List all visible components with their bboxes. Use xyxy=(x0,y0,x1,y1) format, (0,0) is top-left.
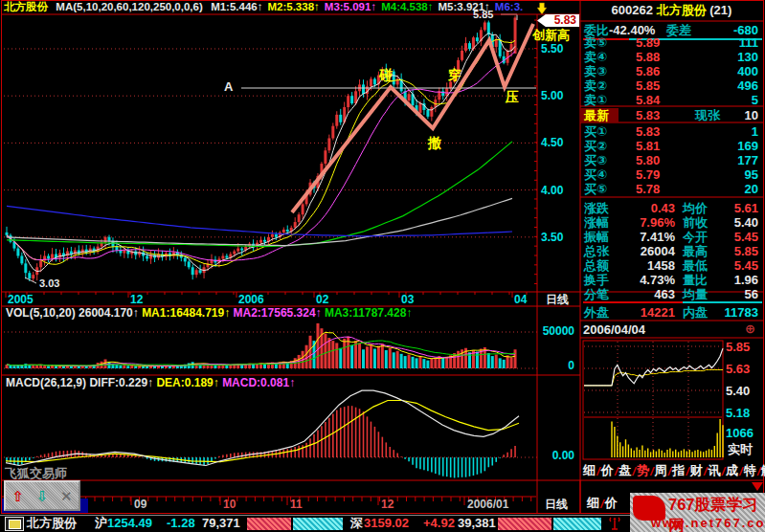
stock-name: 北方股份 xyxy=(657,3,707,17)
scroll-down-icon[interactable] xyxy=(752,482,763,491)
latest-label: 最新 xyxy=(580,108,619,122)
stock-code: 600262 xyxy=(612,3,653,17)
price-tick: 3.50 xyxy=(541,231,581,244)
bid-row[interactable]: 买①5.831 xyxy=(580,124,763,139)
network-icon xyxy=(607,516,622,531)
sz-index: 3159.02 xyxy=(364,517,409,529)
tab-3[interactable]: 势 xyxy=(636,462,650,479)
ask-row[interactable]: 卖①5.845 xyxy=(580,93,763,107)
quote-panel: 600262 北方股份 (21) 委比-42.40% 委差 -680 卖⑤5.8… xyxy=(580,0,763,480)
down-arrow-button[interactable]: ⇩ xyxy=(36,489,49,503)
close-button[interactable]: ✕ xyxy=(60,489,73,503)
vol-ma3: MA3:11787.428↑ xyxy=(325,306,412,320)
date-tick: 02 xyxy=(316,294,328,306)
pan-row: 外盘 14221 内盘 11783 xyxy=(580,305,763,320)
app-watermark: 飞狐交易师 xyxy=(5,467,67,479)
stock-count: (21) xyxy=(709,3,731,17)
tab-1[interactable]: 价 xyxy=(604,495,619,512)
sh-label: 沪 xyxy=(95,517,107,529)
tab-8[interactable]: 成 xyxy=(725,462,739,479)
date-tick: 2006 xyxy=(238,294,264,306)
tab-4[interactable]: 周 xyxy=(654,462,668,479)
slider-month-label[interactable]: 12 xyxy=(381,499,394,511)
mini-price-tick: 5.63 xyxy=(726,363,750,375)
stat-row: 总张26004 最高5.85 xyxy=(580,244,763,258)
panel-header: 600262 北方股份 (21) xyxy=(580,4,763,16)
period-label[interactable]: 日线 xyxy=(546,294,569,306)
bid-row[interactable]: 买⑤5.7820 xyxy=(580,182,763,196)
site-watermark: 767股票学习网 www.net767.com xyxy=(630,493,765,532)
trade-date: 2006/04/04 xyxy=(583,323,645,336)
stat-row: 涨幅7.96% 前收5.40 xyxy=(580,215,763,230)
annotation-peng: 碰 xyxy=(379,67,393,84)
watermark-url: www.net767.com xyxy=(651,516,765,530)
annotation-che: 撤 xyxy=(428,135,441,152)
price-tick: 5.00 xyxy=(541,89,581,102)
bid-row[interactable]: 买②5.81169 xyxy=(580,139,763,153)
stat-row: 分笔463 均量56 xyxy=(580,287,763,301)
ma-value: M4:4.538↑ xyxy=(381,1,433,12)
macd-dea: DEA:0.189↑ xyxy=(156,376,218,389)
ma-lines xyxy=(7,33,515,272)
vol-value: 26004.170↑ xyxy=(79,306,139,320)
tab-0[interactable]: 细 xyxy=(582,462,596,479)
current-price-tag: 5.83 xyxy=(537,14,579,27)
bottom-tabs[interactable]: 细/价 xyxy=(586,495,619,512)
tab-10[interactable]: 解 xyxy=(760,462,765,479)
sh-advance-bar xyxy=(247,518,291,530)
bid-row[interactable]: 买③5.80177 xyxy=(580,153,763,167)
ask-row[interactable]: 卖④5.88130 xyxy=(580,50,763,64)
tab-9[interactable]: 特 xyxy=(743,462,757,479)
tab-0[interactable]: 细 xyxy=(586,495,600,512)
macd-diff: DIFF:0.229↑ xyxy=(89,376,153,389)
sz-label: 深 xyxy=(350,517,363,529)
annotation-a: A xyxy=(224,80,233,93)
tab-1[interactable]: 价 xyxy=(600,462,615,479)
vol-ma2: MA2:17565.324↑ xyxy=(234,306,322,320)
panel-tabs[interactable]: 细/价/盘/势/周/指/财/讯/成/特/解 xyxy=(582,463,763,478)
sz-change: +4.92 xyxy=(423,517,455,529)
sh-change: -1.28 xyxy=(167,517,195,529)
mini-price-tick: 5.85 xyxy=(726,341,750,353)
stat-row: 振幅7.41% 今开5.45 xyxy=(580,230,763,244)
sh-volume: 79,371 xyxy=(202,517,240,529)
clock-icon[interactable]: ⊕ xyxy=(745,322,755,335)
status-stock-name[interactable]: 北方股份 xyxy=(27,517,77,529)
latest-price: 5.83 xyxy=(619,108,695,122)
slider-month-label[interactable]: 11 xyxy=(290,499,303,511)
macd-params: MACD(26,12,9) xyxy=(6,376,86,389)
macd-pane xyxy=(4,390,537,477)
stat-row: 涨跌0.43 均价5.61 xyxy=(580,201,763,215)
ask-row[interactable]: 卖⑤5.89111 xyxy=(580,35,763,50)
date-tick: 12 xyxy=(130,294,143,306)
ma-params: MA(5,10,20,60,120,250,0,0,6) xyxy=(56,1,202,12)
slider-month-label[interactable]: 2006/01 xyxy=(467,499,508,511)
vol-ma1: MA1:16484.719↑ xyxy=(142,306,230,320)
stat-row: 总额1458 最低5.45 xyxy=(580,258,763,273)
low-price-label: 3.03 xyxy=(39,277,59,290)
macd-header: MACD(26,12,9) DIFF:0.229↑ DEA:0.189↑ MAC… xyxy=(6,377,295,389)
tab-7[interactable]: 讯 xyxy=(707,462,721,479)
stock-window-icon[interactable] xyxy=(5,517,24,531)
sz-volume: 39,381 xyxy=(458,517,496,529)
slider-month-label[interactable]: 09 xyxy=(134,499,146,511)
macd-macd: MACD:0.081↑ xyxy=(222,376,295,389)
price-tick: 4.50 xyxy=(541,136,581,149)
trading-app-window: 北方股份 MA(5,10,20,60,120,250,0,0,6) M1:5.4… xyxy=(0,0,765,532)
ask-row[interactable]: 卖②5.85496 xyxy=(580,78,763,93)
slider-period-label[interactable]: 日线 xyxy=(545,499,568,511)
ma-value: M1:5.446↑ xyxy=(211,1,262,12)
tab-2[interactable]: 盘 xyxy=(618,462,632,479)
sz-decline-bar xyxy=(553,518,601,530)
tab-6[interactable]: 财 xyxy=(689,462,704,479)
slider-month-label[interactable]: 10 xyxy=(223,499,236,511)
annotation-chuan: 穿 xyxy=(448,67,461,84)
bid-row[interactable]: 买④5.7995 xyxy=(580,167,763,182)
chart-header: 北方股份 MA(5,10,20,60,120,250,0,0,6) M1:5.4… xyxy=(4,1,532,13)
ask-row[interactable]: 卖③5.86400 xyxy=(580,64,763,78)
xianzhang-label: 现张 xyxy=(695,108,720,122)
up-arrow-button[interactable]: ⇧ xyxy=(11,489,24,503)
ma-value: M6:3. xyxy=(495,1,523,12)
price-tick: 5.50 xyxy=(541,42,581,55)
tab-5[interactable]: 指 xyxy=(671,462,686,479)
